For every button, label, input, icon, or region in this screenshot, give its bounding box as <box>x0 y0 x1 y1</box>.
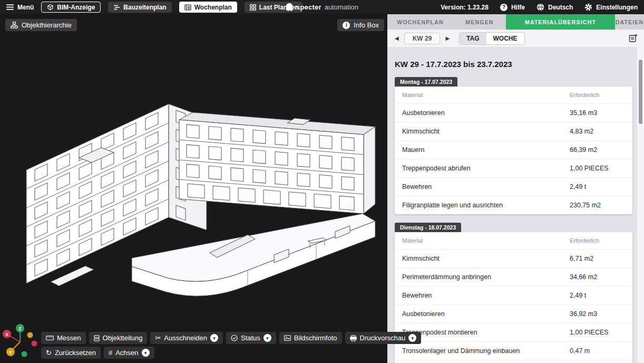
settings-button[interactable]: Einstellungen <box>584 3 638 11</box>
ruler-icon <box>46 336 54 340</box>
bim-viewport[interactable]: Objekthierarchie i Info Box <box>0 14 387 363</box>
reset-view-button[interactable]: ↻ Zurücksetzen <box>41 347 101 359</box>
hierarchy-tree-icon <box>11 22 18 28</box>
status-dropdown[interactable]: ▾ <box>264 334 271 342</box>
viewport-toolbar: Messen Objektteilung ✂ Ausschneiden ▾ <box>41 329 384 359</box>
print-preview-dropdown[interactable]: ▾ <box>408 334 416 342</box>
bim-model-canvas[interactable] <box>0 14 387 363</box>
material-overview-content[interactable]: KW 29 - 17.7.2023 bis 23.7.2023 Montag -… <box>387 47 644 363</box>
cell-required: 4,83 m2 <box>570 128 625 135</box>
material-table: Material Erforderlich Kimmschicht 6,71 m… <box>395 232 632 363</box>
tab-dateien[interactable]: DATEIEN <box>615 14 644 30</box>
hamburger-icon <box>6 4 14 10</box>
week-plan-icon <box>184 4 191 11</box>
panel-scrollbar-track[interactable] <box>637 47 644 363</box>
next-week-button[interactable]: ▶ <box>444 34 451 42</box>
note-add-icon <box>629 34 638 43</box>
table-row[interactable]: Kimmschicht 4,83 m2 <box>395 122 632 140</box>
gantt-icon <box>113 5 120 10</box>
scissors-icon: ✂ <box>155 335 161 341</box>
screenshot-label: Bildschirmfoto <box>294 334 337 342</box>
cell-material: Bewehren <box>402 183 570 190</box>
help-button[interactable]: ? Hilfe <box>500 4 525 11</box>
week-plan-label: Wochenplan <box>194 4 232 11</box>
cell-required: 36,92 m3 <box>570 310 625 318</box>
day-section-dienstag: Dienstag - 18.07.2023 Material Erforderl… <box>395 222 632 363</box>
version-label: Version: 1.23.28 <box>441 4 489 11</box>
day-badge: Dienstag - 18.07.2023 <box>395 223 461 232</box>
cut-dropdown[interactable]: ▾ <box>210 334 218 342</box>
axis-z-neg-handle[interactable] <box>22 351 27 357</box>
split-icon <box>94 335 100 341</box>
header-material: Material <box>402 92 570 98</box>
info-box-button[interactable]: i Info Box <box>337 19 384 31</box>
toggle-tag[interactable]: TAG <box>460 33 486 44</box>
header-material: Material <box>402 237 570 244</box>
ghost-icon <box>286 3 293 12</box>
cut-button[interactable]: ✂ Ausschneiden ▾ <box>150 332 223 344</box>
brand-logo: specter automation <box>286 0 358 14</box>
panel-tabs: WOCHENPLAN MENGEN MATERIALÜBERSICHT DATE… <box>387 14 644 30</box>
print-preview-button[interactable]: Druckvorschau ▾ <box>345 332 422 344</box>
table-row[interactable]: Kimmschicht 6,71 m2 <box>395 249 632 268</box>
print-preview-label: Druckvorschau <box>360 334 406 342</box>
axis-gizmo[interactable]: Z X Y <box>1 321 40 361</box>
week-navigation: ◀ KW 29 ▶ TAG WOCHE <box>387 30 644 47</box>
cell-required: 35,16 m3 <box>570 109 625 117</box>
info-box-label: Info Box <box>354 21 379 29</box>
tab-materialuebersicht[interactable]: MATERIALÜBERSICHT <box>506 14 615 30</box>
cell-material: Tronsolenlager und Dämmung einbauen <box>402 347 570 355</box>
status-button[interactable]: Status ▾ <box>226 332 276 344</box>
bim-display-label: BIM-Anzeige <box>57 4 95 11</box>
table-header-row: Material Erforderlich <box>395 232 632 249</box>
screenshot-icon <box>284 335 291 341</box>
axis-y-label: Y <box>9 350 12 355</box>
table-row[interactable]: Treppenpodest abrufen 1,00 PIECES <box>395 159 632 177</box>
axes-label: Achsen <box>115 349 138 357</box>
cell-material: Kimmschicht <box>402 128 570 135</box>
day-week-toggle: TAG WOCHE <box>459 32 524 45</box>
gear-icon <box>584 3 592 11</box>
cell-required: 230,75 m2 <box>570 202 625 209</box>
cell-material: Treppenpodest abrufen <box>402 165 570 172</box>
cell-required: 0,47 m <box>570 347 625 355</box>
axes-button[interactable]: # Achsen ▾ <box>104 347 154 359</box>
previous-week-button[interactable]: ◀ <box>394 34 400 42</box>
axis-y-neg-handle[interactable] <box>27 332 33 338</box>
object-hierarchy-button[interactable]: Objekthierarchie <box>5 19 77 31</box>
brand-suffix: automation <box>325 3 358 11</box>
tab-mengen[interactable]: MENGEN <box>453 14 506 30</box>
measure-button[interactable]: Messen <box>41 332 86 344</box>
table-row[interactable]: Ausbetonieren 35,16 m3 <box>395 103 632 122</box>
table-row[interactable]: Ausbetonieren 36,92 m3 <box>395 304 632 323</box>
table-row[interactable]: Perimeterdämmung anbringen 34,66 m2 <box>395 268 632 286</box>
tab-wochenplan[interactable]: WOCHENPLAN <box>387 14 453 30</box>
table-row[interactable]: Filigranplatte legen und ausrichten 230,… <box>395 196 632 214</box>
toggle-woche[interactable]: WOCHE <box>486 33 524 44</box>
table-row[interactable]: Mauern 66,39 m2 <box>395 140 632 159</box>
side-panel: WOCHENPLAN MENGEN MATERIALÜBERSICHT DATE… <box>387 14 644 363</box>
axis-x-neg-handle[interactable] <box>32 341 37 347</box>
axes-dropdown[interactable]: ▾ <box>142 349 150 357</box>
panel-scrollbar-thumb[interactable] <box>639 60 642 124</box>
table-header-row: Material Erforderlich <box>395 87 632 103</box>
menu-button[interactable]: Menü <box>6 4 34 11</box>
table-row[interactable]: Bewehren 2,49 t <box>395 286 632 304</box>
week-selector[interactable]: KW 29 <box>404 33 441 44</box>
language-button[interactable]: Deutsch <box>536 3 573 11</box>
table-row[interactable]: Tronsolenlager und Dämmung einbauen 0,47… <box>395 341 632 360</box>
table-row[interactable]: Treppenpodest montieren 1,00 PIECES <box>395 323 632 341</box>
screenshot-button[interactable]: Bildschirmfoto <box>279 332 342 344</box>
table-row[interactable]: Filigranplatte legen und ausrichten 230,… <box>395 360 632 363</box>
bim-display-button[interactable]: BIM-Anzeige <box>41 2 101 13</box>
object-split-button[interactable]: Objektteilung <box>89 332 148 344</box>
schedule-button[interactable]: Bauzeitenplan <box>108 2 171 13</box>
week-plan-button[interactable]: Wochenplan <box>179 2 237 13</box>
table-row[interactable]: Bewehren 2,49 t <box>395 177 632 196</box>
add-note-button[interactable] <box>629 34 638 43</box>
language-label: Deutsch <box>548 4 573 11</box>
cell-material: Perimeterdämmung anbringen <box>402 273 570 281</box>
header-required: Erforderlich <box>570 92 625 98</box>
cut-label: Ausschneiden <box>164 334 207 342</box>
day-section-montag: Montag - 17.07.2023 Material Erforderlic… <box>395 77 632 214</box>
